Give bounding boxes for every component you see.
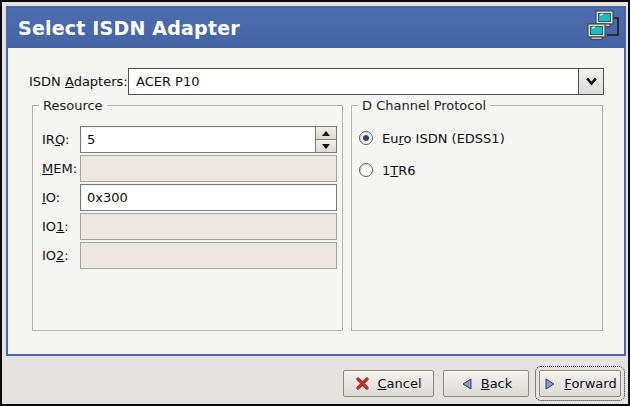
cancel-x-icon bbox=[355, 376, 370, 391]
spin-down-button[interactable] bbox=[316, 140, 337, 153]
chevron-down-icon bbox=[585, 77, 598, 86]
dialog-header: Select ISDN Adapter bbox=[8, 8, 624, 48]
io1-row: IO1: bbox=[42, 213, 337, 240]
io1-label: IO1: bbox=[42, 219, 80, 234]
io-row: IO: bbox=[42, 184, 337, 211]
radio-option-euro-isdn[interactable]: Euro ISDN (EDSS1) bbox=[359, 129, 505, 147]
io2-row: IO2: bbox=[42, 242, 337, 269]
irq-spinbutton-input[interactable] bbox=[80, 126, 316, 153]
io-label: IO: bbox=[42, 190, 80, 205]
network-computers-icon bbox=[585, 9, 621, 47]
radio-label: 1TR6 bbox=[382, 163, 416, 178]
irq-row: IRQ: bbox=[42, 126, 337, 153]
forward-button-label: Forward bbox=[564, 376, 616, 391]
radio-button-icon[interactable] bbox=[359, 131, 373, 145]
isdn-adapter-combobox[interactable]: ACER P10 bbox=[128, 68, 604, 95]
io1-input bbox=[80, 213, 337, 240]
dialog-window: Select ISDN Adapter ISDN Adapters: ACER … bbox=[0, 0, 630, 406]
io-input[interactable] bbox=[80, 184, 337, 211]
combobox-dropdown-button[interactable] bbox=[578, 68, 604, 95]
cancel-button[interactable]: Cancel bbox=[343, 370, 434, 397]
dialog-content-frame: Select ISDN Adapter ISDN Adapters: ACER … bbox=[6, 6, 626, 356]
spin-up-button[interactable] bbox=[316, 126, 337, 140]
arrow-down-icon bbox=[322, 144, 330, 149]
radio-option-1tr6[interactable]: 1TR6 bbox=[359, 161, 416, 179]
d-channel-group-title: D Channel Protocol bbox=[358, 97, 490, 114]
d-channel-protocol-group: D Channel Protocol Euro ISDN (EDSS1) 1TR… bbox=[351, 105, 603, 331]
io2-label: IO2: bbox=[42, 248, 80, 263]
isdn-adapters-label: ISDN Adapters: bbox=[29, 68, 128, 95]
irq-spinner bbox=[316, 126, 337, 153]
forward-button[interactable]: Forward bbox=[539, 370, 621, 397]
resource-group: Resource IRQ: MEM: IO: IO1: bbox=[32, 105, 343, 331]
back-button[interactable]: Back bbox=[443, 370, 529, 397]
irq-label: IRQ: bbox=[42, 132, 80, 147]
arrow-right-icon bbox=[543, 377, 557, 391]
cancel-button-label: Cancel bbox=[377, 376, 421, 391]
resource-group-title: Resource bbox=[39, 97, 107, 114]
arrow-left-icon bbox=[460, 377, 474, 391]
arrow-up-icon bbox=[322, 131, 330, 136]
back-button-label: Back bbox=[481, 376, 513, 391]
io2-input bbox=[80, 242, 337, 269]
radio-button-icon[interactable] bbox=[359, 163, 373, 177]
mem-input bbox=[80, 155, 337, 182]
page-title: Select ISDN Adapter bbox=[8, 17, 240, 39]
combobox-selected-value[interactable]: ACER P10 bbox=[128, 68, 578, 95]
mem-label: MEM: bbox=[42, 161, 80, 176]
mem-row: MEM: bbox=[42, 155, 337, 182]
radio-label: Euro ISDN (EDSS1) bbox=[382, 131, 505, 146]
